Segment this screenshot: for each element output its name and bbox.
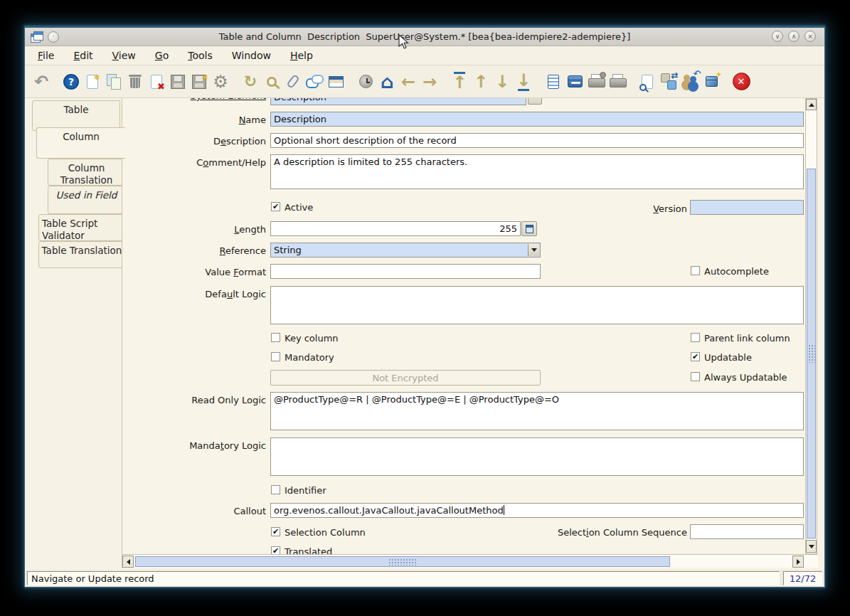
autocomplete-label: Autocomplete [704,266,769,277]
mandatory-checkbox[interactable] [271,352,280,361]
menu-tools[interactable]: Tools [185,48,216,63]
vertical-scrollbar-thumb[interactable] [807,169,816,538]
save-and-create-icon[interactable]: ✶ [190,73,208,91]
product-info-icon[interactable]: ✦ [702,73,721,91]
value-format-field[interactable] [270,264,541,279]
parent-link-column-checkbox[interactable] [691,333,700,342]
grid-toggle-icon[interactable] [326,73,345,91]
read-only-logic-field[interactable]: @ProductType@=R | @ProductType@=E | @Pro… [270,392,804,430]
next-record-icon[interactable]: ↓ [493,73,511,91]
active-checkbox[interactable]: ✔ [271,202,280,211]
chevron-down-icon[interactable] [528,244,539,256]
length-field[interactable]: 255 [270,221,521,236]
menu-edit[interactable]: Edit [70,48,95,63]
selection-column-label: Selection Column [285,527,366,538]
history-icon[interactable] [356,73,375,91]
last-record-icon[interactable]: ↓ [514,73,533,91]
tab-table[interactable]: Table [32,100,120,131]
horizontal-scrollbar[interactable] [122,554,818,568]
system-element-label: System Element [122,98,266,104]
text-caret [504,505,504,515]
menu-go[interactable]: Go [152,48,171,63]
find-icon[interactable] [262,73,281,91]
minimize-icon[interactable]: ∨ [772,31,783,42]
updatable-label: Updatable [704,352,752,363]
undo-icon[interactable] [32,73,51,91]
horizontal-scrollbar-thumb[interactable] [135,556,670,567]
tab-table-script-validator[interactable]: Table Script Validator [38,214,125,241]
always-updatable-label: Always Updatable [704,372,787,383]
autocomplete-checkbox[interactable] [691,266,700,275]
identifier-label: Identifier [285,485,326,496]
archive-icon[interactable] [565,73,584,91]
menu-help[interactable]: Help [287,48,316,63]
description-field[interactable]: Optional short description of the record [270,133,804,148]
status-message: Navigate or Update record [27,571,780,585]
back-icon[interactable]: ← [399,73,418,91]
help-icon[interactable]: ? [62,73,80,91]
requery-icon[interactable] [241,73,260,91]
system-element-field[interactable]: Description [270,98,526,105]
tab-column[interactable]: Column [36,127,125,159]
identifier-checkbox[interactable] [271,485,280,494]
scroll-up-icon[interactable] [806,99,817,110]
callout-field[interactable]: org.evenos.callout.JavaCallout.javaCallo… [270,503,804,518]
comment-help-field[interactable]: A description is limited to 255 characte… [270,154,804,189]
updatable-checkbox[interactable]: ✔ [691,352,700,361]
always-updatable-checkbox[interactable] [691,372,700,381]
status-bar: Navigate or Update record 12/72 [25,570,824,587]
new-record-icon[interactable]: ✶ [83,73,102,91]
menu-view[interactable]: View [110,48,139,63]
value-format-label: Value Format [122,266,266,278]
close-icon[interactable]: × [804,31,816,42]
calculator-icon[interactable] [521,221,537,236]
menu-file[interactable]: File [35,48,57,63]
vertical-scrollbar[interactable] [805,98,817,554]
name-label: Name [122,114,266,126]
attachment-icon[interactable] [284,73,302,91]
tab-table-translation[interactable]: Table Translation [38,241,125,268]
preferences-icon[interactable] [211,73,230,91]
comment-help-label: Comment/Help [122,156,266,169]
tab-used-in-field[interactable]: Used in Field [48,186,125,214]
translated-checkbox[interactable]: ✔ [271,546,280,554]
description-label: Description [122,135,266,147]
system-element-editor-button[interactable] [528,98,542,105]
home-icon[interactable] [378,73,396,91]
copy-record-icon[interactable] [105,73,123,91]
workflow-icon[interactable]: ⇄ [659,73,678,91]
form-panel: System Element Description Name Descript… [122,98,817,568]
delete-selection-icon[interactable]: ✖ [147,73,166,91]
print-preview-icon[interactable] [587,73,605,91]
version-field[interactable] [690,200,804,215]
scroll-left-icon[interactable] [122,556,134,568]
exit-icon[interactable]: ✕ [732,73,750,91]
zoom-across-icon[interactable] [638,73,657,91]
delete-record-icon[interactable] [126,73,144,91]
menu-window[interactable]: Window [229,48,274,63]
name-field[interactable]: Description [270,112,804,127]
check-requests-icon[interactable]: ↶ [681,73,699,91]
title-bar[interactable]: · Table and Column Description SuperUser… [25,28,824,46]
window-menu-button[interactable]: · [48,31,59,43]
forward-icon[interactable]: → [420,73,439,91]
previous-record-icon[interactable]: ↑ [472,73,490,91]
not-encrypted-button[interactable]: Not Encrypted [270,370,541,386]
selection-column-checkbox[interactable]: ✔ [271,527,280,536]
save-record-icon[interactable] [169,73,187,91]
key-column-checkbox[interactable] [271,333,280,342]
key-column-label: Key column [285,333,339,344]
default-logic-field[interactable] [270,286,804,324]
scroll-right-icon[interactable] [792,556,804,568]
scroll-down-icon[interactable] [806,540,817,553]
reference-select[interactable]: String [270,243,541,257]
active-label: Active [285,202,313,213]
report-icon[interactable] [544,73,563,91]
first-record-icon[interactable]: ↑ [450,73,469,91]
mandatory-logic-field[interactable] [270,437,804,476]
print-icon[interactable] [608,73,627,91]
maximize-icon[interactable]: ∧ [788,31,799,42]
chat-icon[interactable] [305,73,324,91]
selection-column-sequence-field[interactable] [690,524,804,539]
tab-column-translation[interactable]: Column Translation [48,159,125,186]
